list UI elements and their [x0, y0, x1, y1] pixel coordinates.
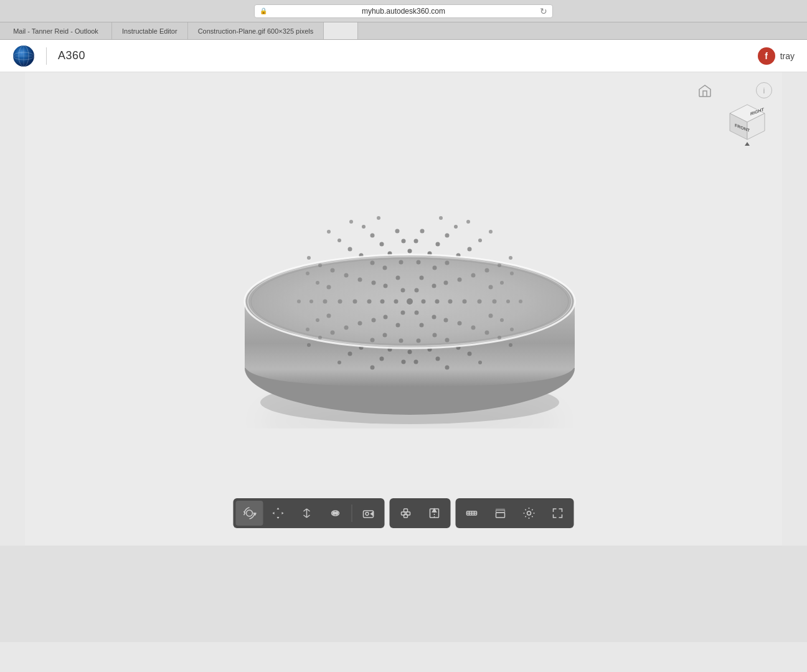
view-toolbar — [390, 498, 451, 528]
svg-rect-156 — [404, 514, 408, 518]
svg-point-95 — [348, 352, 352, 356]
svg-marker-10 — [745, 142, 750, 146]
home-button[interactable] — [696, 82, 714, 100]
svg-point-79 — [380, 242, 384, 247]
svg-point-78 — [436, 242, 440, 247]
svg-point-135 — [349, 220, 353, 224]
svg-point-96 — [445, 234, 450, 238]
measure-button[interactable] — [458, 501, 486, 526]
svg-point-99 — [370, 366, 375, 370]
url-bar[interactable]: 🔒 myhub.autodesk360.com ↻ — [254, 4, 553, 18]
camera-button[interactable] — [355, 501, 382, 526]
svg-point-126 — [509, 343, 512, 347]
pan-button[interactable] — [265, 501, 292, 526]
username-label: tray — [780, 51, 795, 61]
url-text: myhub.autodesk360.com — [271, 7, 536, 16]
svg-point-92 — [468, 247, 472, 252]
lock-icon: 🔒 — [260, 7, 267, 14]
autodesk-logo — [12, 45, 35, 67]
tab-mail[interactable]: Mail - Tanner Reid - Outlook — [0, 22, 112, 39]
header-divider — [46, 47, 47, 65]
svg-point-112 — [478, 239, 482, 242]
tab-active[interactable] — [324, 22, 357, 39]
markup-button[interactable] — [487, 501, 514, 526]
info-button[interactable]: i — [756, 82, 772, 98]
svg-point-93 — [348, 247, 352, 252]
section-button[interactable] — [421, 501, 448, 526]
reload-button[interactable]: ↻ — [540, 6, 547, 16]
svg-point-80 — [436, 357, 440, 361]
svg-point-84 — [414, 360, 418, 364]
svg-point-98 — [445, 366, 450, 370]
viewer-container[interactable]: i FRONT RIGHT — [25, 72, 782, 546]
svg-rect-167 — [496, 509, 505, 510]
header-right: f tray — [758, 47, 795, 65]
tabs-bar: Mail - Tanner Reid - Outlook Instructabl… — [0, 22, 807, 40]
zoom-button[interactable] — [293, 501, 321, 526]
svg-point-116 — [454, 225, 458, 229]
svg-point-124 — [509, 256, 512, 260]
svg-point-94 — [468, 352, 472, 356]
3d-tray-model — [223, 191, 584, 427]
tab-instructable[interactable]: Instructable Editor — [112, 22, 188, 39]
svg-point-81 — [380, 357, 384, 361]
svg-rect-165 — [496, 513, 505, 518]
explode-button[interactable] — [392, 501, 420, 526]
svg-point-152 — [366, 513, 369, 516]
user-avatar[interactable]: f — [758, 47, 775, 65]
svg-point-85 — [402, 360, 406, 364]
navigation-toolbar — [234, 498, 385, 528]
svg-point-134 — [466, 220, 470, 224]
svg-point-97 — [370, 234, 375, 238]
svg-point-114 — [478, 361, 482, 364]
svg-point-100 — [420, 229, 425, 234]
svg-point-125 — [307, 256, 311, 260]
svg-point-115 — [337, 361, 341, 364]
svg-point-113 — [337, 239, 341, 242]
settings-button[interactable] — [516, 501, 543, 526]
svg-point-129 — [327, 230, 331, 234]
svg-point-101 — [395, 229, 400, 234]
svg-point-137 — [377, 216, 380, 220]
svg-point-82 — [414, 239, 418, 244]
svg-point-136 — [439, 216, 443, 220]
app-name: A360 — [58, 49, 85, 62]
bottom-area — [0, 546, 807, 642]
svg-marker-151 — [371, 512, 374, 516]
nav-cube[interactable]: FRONT RIGHT — [722, 100, 772, 152]
svg-point-66 — [408, 249, 412, 253]
browser-bar: 🔒 myhub.autodesk360.com ↻ — [0, 0, 807, 22]
svg-point-117 — [362, 225, 366, 229]
fit-button[interactable] — [322, 501, 349, 526]
svg-point-149 — [336, 512, 338, 514]
svg-point-168 — [527, 511, 531, 515]
toolbar-area — [234, 498, 574, 528]
app-header: A360 f tray — [0, 40, 807, 72]
orbit-button[interactable] — [236, 501, 263, 526]
svg-point-128 — [489, 230, 493, 234]
svg-point-140 — [247, 510, 253, 516]
tools-toolbar — [456, 498, 574, 528]
svg-point-127 — [307, 343, 311, 347]
svg-point-83 — [402, 239, 406, 244]
svg-rect-155 — [404, 509, 408, 512]
svg-point-67 — [408, 350, 412, 354]
logo-area: A360 — [12, 45, 85, 67]
tab-construction-plane[interactable]: Construction-Plane.gif 600×325 pixels — [188, 22, 324, 39]
toolbar-separator-1 — [352, 504, 352, 522]
fullscreen-button[interactable] — [544, 501, 572, 526]
